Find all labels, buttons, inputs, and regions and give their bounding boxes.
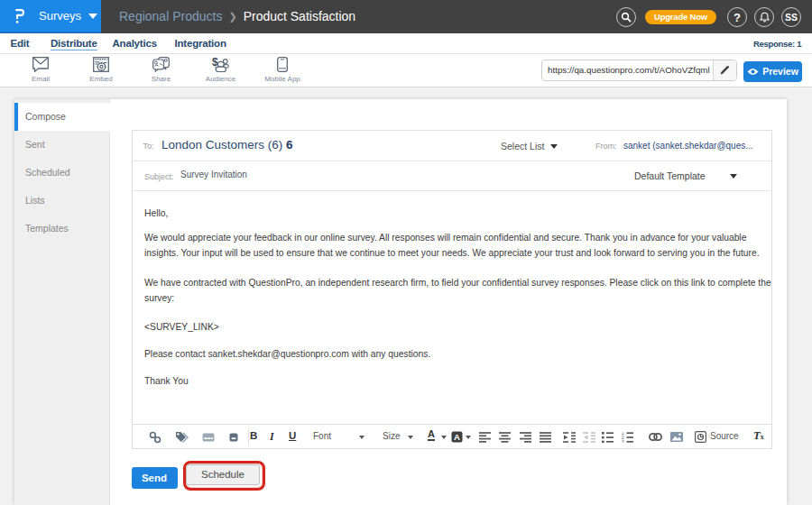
svg-text:A: A <box>454 432 460 442</box>
svg-text:3: 3 <box>622 440 624 443</box>
